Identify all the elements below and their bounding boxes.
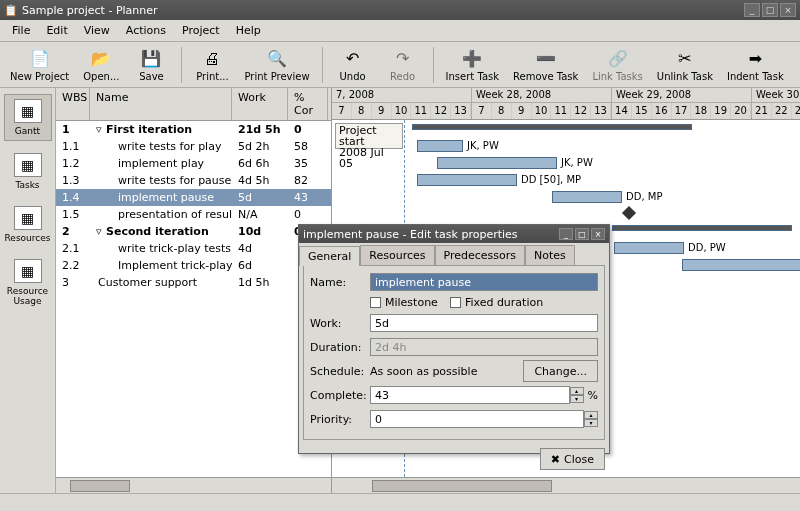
schedule-value: As soon as possible bbox=[370, 365, 523, 378]
edit-task-dialog: implement pause - Edit task properties _… bbox=[298, 224, 610, 454]
unlink-task-icon: ✂ bbox=[674, 47, 696, 69]
gantt-bar[interactable] bbox=[417, 174, 517, 186]
table-row[interactable]: 1.4implement pause5d43 bbox=[56, 189, 331, 206]
new-project-button[interactable]: 📄New Project bbox=[4, 44, 75, 86]
gantt-bar-label: DD, PW bbox=[688, 242, 726, 253]
table-header: WBS Name Work % Cor bbox=[56, 88, 331, 121]
insert-task-button[interactable]: ➕Insert Task bbox=[440, 44, 505, 86]
sidebar-tasks[interactable]: ▦Tasks bbox=[4, 149, 52, 194]
gantt-bar[interactable] bbox=[614, 242, 684, 254]
print-icon: 🖨 bbox=[201, 47, 223, 69]
print-preview-button[interactable]: 🔍Print Preview bbox=[238, 44, 315, 86]
table-hscroll[interactable] bbox=[56, 477, 331, 493]
close-button[interactable]: × bbox=[780, 3, 796, 17]
gantt-bar-label: DD [50], MP bbox=[521, 174, 581, 185]
toolbar: 📄New Project📂Open...💾Save🖨Print...🔍Print… bbox=[0, 42, 800, 88]
sidebar-resources[interactable]: ▦Resources bbox=[4, 202, 52, 247]
table-row[interactable]: 1.5presentation of resultsN/A0 bbox=[56, 206, 331, 223]
gantt-bar[interactable] bbox=[612, 225, 792, 231]
change-button[interactable]: Change... bbox=[523, 360, 598, 382]
close-icon: ✖ bbox=[551, 453, 560, 466]
col-pct[interactable]: % Cor bbox=[288, 88, 328, 120]
priority-input[interactable] bbox=[370, 410, 584, 428]
work-input[interactable] bbox=[370, 314, 598, 332]
tab-general[interactable]: General bbox=[299, 246, 360, 266]
priority-spinner[interactable]: ▴▾ bbox=[584, 411, 598, 427]
table-row[interactable]: 2.2Implement trick-play6d bbox=[56, 257, 331, 274]
milestone-diamond[interactable] bbox=[622, 206, 636, 220]
maximize-button[interactable]: □ bbox=[762, 3, 778, 17]
minimize-button[interactable]: _ bbox=[744, 3, 760, 17]
gantt-bar-label: JK, PW bbox=[561, 157, 593, 168]
unlink-task-button[interactable]: ✂Unlink Task bbox=[651, 44, 719, 86]
gantt-bar[interactable] bbox=[437, 157, 557, 169]
link-tasks-button: 🔗Link Tasks bbox=[586, 44, 648, 86]
new-project-icon: 📄 bbox=[29, 47, 51, 69]
sidebar-resource-usage[interactable]: ▦ResourceUsage bbox=[4, 255, 52, 310]
gantt-bar[interactable] bbox=[417, 140, 463, 152]
statusbar bbox=[0, 493, 800, 511]
insert-task-icon: ➕ bbox=[461, 47, 483, 69]
gantt-bar[interactable] bbox=[682, 259, 800, 271]
menu-view[interactable]: View bbox=[76, 22, 118, 39]
tab-notes[interactable]: Notes bbox=[525, 245, 575, 265]
dialog-tabs: GeneralResourcesPredecessorsNotes bbox=[299, 243, 609, 265]
complete-spinner[interactable]: ▴▾ bbox=[570, 387, 584, 403]
window-title: Sample project - Planner bbox=[18, 4, 742, 17]
print-preview-icon: 🔍 bbox=[266, 47, 288, 69]
tab-resources[interactable]: Resources bbox=[360, 245, 434, 265]
menu-file[interactable]: File bbox=[4, 22, 38, 39]
fixed-duration-checkbox[interactable]: Fixed duration bbox=[450, 296, 543, 309]
sidebar-gantt[interactable]: ▦Gantt bbox=[4, 94, 52, 141]
tasks-icon: ▦ bbox=[14, 153, 42, 177]
duration-label: Duration: bbox=[310, 341, 370, 354]
table-row[interactable]: 3Customer support1d 5h bbox=[56, 274, 331, 291]
menu-actions[interactable]: Actions bbox=[118, 22, 174, 39]
table-row[interactable]: 1.1write tests for play5d 2h58 bbox=[56, 138, 331, 155]
gantt-bar[interactable] bbox=[412, 124, 692, 130]
remove-task-icon: ➖ bbox=[535, 47, 557, 69]
window-titlebar: 📋 Sample project - Planner _ □ × bbox=[0, 0, 800, 20]
dialog-title: implement pause - Edit task properties bbox=[303, 228, 557, 241]
work-label: Work: bbox=[310, 317, 370, 330]
gantt-hscroll[interactable] bbox=[332, 477, 800, 493]
resources-icon: ▦ bbox=[14, 206, 42, 230]
name-label: Name: bbox=[310, 276, 370, 289]
project-start-marker: Project start 2008 Jul 05 bbox=[335, 123, 403, 149]
gantt-header: 7, 200878910111213Week 28, 2008789101112… bbox=[332, 88, 800, 120]
save-button[interactable]: 💾Save bbox=[127, 44, 175, 86]
col-work[interactable]: Work bbox=[232, 88, 288, 120]
menu-help[interactable]: Help bbox=[228, 22, 269, 39]
tab-predecessors[interactable]: Predecessors bbox=[435, 245, 526, 265]
menu-project[interactable]: Project bbox=[174, 22, 228, 39]
col-name[interactable]: Name bbox=[90, 88, 232, 120]
table-row[interactable]: 2▿Second iteration10d0 bbox=[56, 223, 331, 240]
task-table: WBS Name Work % Cor 1▿First iteration21d… bbox=[56, 88, 332, 493]
table-row[interactable]: 1.3write tests for pause4d 5h82 bbox=[56, 172, 331, 189]
print-button[interactable]: 🖨Print... bbox=[188, 44, 236, 86]
dialog-titlebar[interactable]: implement pause - Edit task properties _… bbox=[299, 225, 609, 243]
table-row[interactable]: 2.1write trick-play tests4d bbox=[56, 240, 331, 257]
indent-task-button[interactable]: ➡Indent Task bbox=[721, 44, 790, 86]
complete-input[interactable] bbox=[370, 386, 570, 404]
name-input[interactable] bbox=[370, 273, 598, 291]
save-icon: 💾 bbox=[140, 47, 162, 69]
undo-button[interactable]: ↶Undo bbox=[329, 44, 377, 86]
table-row[interactable]: 1.2implement play6d 6h35 bbox=[56, 155, 331, 172]
close-dialog-button[interactable]: ✖Close bbox=[540, 448, 605, 470]
milestone-checkbox[interactable]: Milestone bbox=[370, 296, 438, 309]
table-row[interactable]: 1▿First iteration21d 5h0 bbox=[56, 121, 331, 138]
complete-label: Complete: bbox=[310, 389, 370, 402]
priority-label: Priority: bbox=[310, 413, 370, 426]
open-button[interactable]: 📂Open... bbox=[77, 44, 125, 86]
dialog-close-button[interactable]: × bbox=[591, 228, 605, 240]
remove-task-button[interactable]: ➖Remove Task bbox=[507, 44, 584, 86]
col-wbs[interactable]: WBS bbox=[56, 88, 90, 120]
gantt-bar-label: JK, PW bbox=[467, 140, 499, 151]
gantt-bar[interactable] bbox=[552, 191, 622, 203]
duration-input bbox=[370, 338, 598, 356]
menu-edit[interactable]: Edit bbox=[38, 22, 75, 39]
redo-button: ↷Redo bbox=[379, 44, 427, 86]
dialog-minimize-button[interactable]: _ bbox=[559, 228, 573, 240]
dialog-maximize-button[interactable]: □ bbox=[575, 228, 589, 240]
